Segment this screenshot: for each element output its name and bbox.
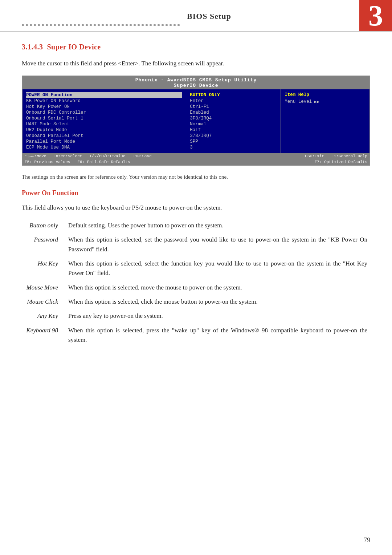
dot (50, 24, 52, 26)
bios-left-row-1: KB Power ON Password (26, 98, 182, 104)
def-row-any-key: Any Key Press any key to power-on the sy… (22, 309, 370, 324)
bios-left-row-5: UART Mode Select (26, 121, 182, 127)
dot (130, 24, 132, 26)
bios-left-row-3: Onboard FDC Controller (26, 110, 182, 116)
bios-title-bar: Phoenix - AwardBIOS CMOS Setup Utility S… (23, 76, 369, 89)
footer-move: ↑↓→←:Move Enter:Select +/-/PU/PD:Value F… (25, 154, 152, 158)
power-on-heading: Power On Function (22, 189, 370, 197)
bios-val-5: Normal (190, 121, 277, 127)
bios-body: POWER ON Function KB Power ON Password H… (23, 89, 369, 153)
def-desc-any-key: Press any key to power-on the system. (65, 309, 370, 324)
bios-center-panel: BUTTON ONLY Enter Ctrl-F1 Enabled 3F8/IR… (186, 89, 281, 153)
bios-footer-row-2: F5: Previous Values F6: Fail-Safe Defaul… (25, 160, 367, 164)
bios-left-row-6: UR2 Duplex Mode (26, 127, 182, 133)
bios-val-6: Half (190, 127, 277, 133)
dot (78, 24, 80, 26)
header-dots-area: BIOS Setup (0, 0, 359, 31)
dot (30, 24, 32, 26)
dot (46, 24, 48, 26)
dot (154, 24, 156, 26)
footer-esc: ESC:Exit F1:General Help (305, 154, 367, 158)
footer-prev: F5: Previous Values F6: Fail-Safe Defaul… (25, 160, 130, 164)
dot (146, 24, 148, 26)
bios-right-panel: Item Help Menu Level ▶▶ (281, 89, 369, 153)
def-term-password: Password (22, 233, 65, 257)
bios-val-0: BUTTON ONLY (190, 92, 277, 98)
def-row-hotkey: Hot Key When this option is selected, se… (22, 257, 370, 281)
power-on-intro: This field allows you to use the keyboar… (22, 203, 370, 212)
def-row-mouse-click: Mouse Click When this option is selected… (22, 295, 370, 309)
dot (82, 24, 84, 26)
dot (106, 24, 108, 26)
bios-val-3: Enabled (190, 110, 277, 116)
dot (42, 24, 44, 26)
dot (166, 24, 168, 26)
bios-val-7: 378/IRQ7 (190, 133, 277, 139)
dot (162, 24, 164, 26)
menu-level-label: Menu Level (285, 99, 312, 104)
def-desc-button-only: Default setting. Uses the power button t… (65, 219, 370, 233)
section-title: Super IO Device (47, 43, 101, 51)
menu-level-arrows: ▶▶ (314, 99, 319, 105)
bios-left-row-9: ECP Mode Use DMA (26, 145, 182, 150)
chapter-number: 3 (359, 0, 392, 31)
bios-val-8: SPP (190, 139, 277, 145)
dot (158, 24, 160, 26)
definitions-table: Button only Default setting. Uses the po… (22, 219, 370, 348)
bios-screen: Phoenix - AwardBIOS CMOS Setup Utility S… (22, 76, 370, 166)
def-term-button-only: Button only (22, 219, 65, 233)
bios-setup-title: BIOS Setup (180, 7, 242, 26)
def-desc-mouse-move: When this option is selected, move the m… (65, 281, 370, 295)
dot (54, 24, 56, 26)
def-row-mouse-move: Mouse Move When this option is selected,… (22, 281, 370, 295)
bios-footer: ↑↓→←:Move Enter:Select +/-/PU/PD:Value F… (23, 153, 369, 159)
bios-footer-row: ↑↓→←:Move Enter:Select +/-/PU/PD:Value F… (25, 154, 367, 158)
bios-val-1: Enter (190, 98, 277, 104)
section-number: 3.1.4.3 (22, 43, 43, 51)
dot (66, 24, 68, 26)
dot (38, 24, 40, 26)
dot (114, 24, 116, 26)
dot (102, 24, 104, 26)
menu-level: Menu Level ▶▶ (285, 99, 366, 105)
dot (170, 24, 172, 26)
def-row-password: Password When this option is selected, s… (22, 233, 370, 257)
dot (126, 24, 128, 26)
dot (98, 24, 100, 26)
bios-val-2: Ctrl-F1 (190, 104, 277, 110)
dot (138, 24, 140, 26)
dot (94, 24, 96, 26)
footer-optimized: F7: Optimized Defaults (315, 160, 367, 164)
bios-val-9: 3 (190, 145, 277, 150)
dot (150, 24, 152, 26)
def-desc-password: When this option is selected, set the pa… (65, 233, 370, 257)
def-desc-keyboard98: When this option is selected, press the … (65, 324, 370, 348)
def-row-button-only: Button only Default setting. Uses the po… (22, 219, 370, 233)
bios-subtitle: SuperIO Device (173, 83, 218, 88)
dot (118, 24, 120, 26)
bios-left-row-4: Onboard Serial Port 1 (26, 116, 182, 121)
dot (90, 24, 92, 26)
page-header: BIOS Setup 3 (0, 0, 392, 32)
dot (34, 24, 36, 26)
dot (62, 24, 64, 26)
intro-text: Move the cursor to this field and press … (22, 58, 370, 68)
def-term-mouse-move: Mouse Move (22, 281, 65, 295)
dot (74, 24, 76, 26)
item-help-title: Item Help (285, 92, 366, 97)
def-desc-hotkey: When this option is selected, select the… (65, 257, 370, 281)
dot (58, 24, 60, 26)
bios-left-row-0: POWER ON Function (26, 92, 182, 98)
dot (86, 24, 88, 26)
def-term-mouse-click: Mouse Click (22, 295, 65, 309)
def-term-hotkey: Hot Key (22, 257, 65, 281)
dot (26, 24, 28, 26)
main-content: 3.1.4.3 Super IO Device Move the cursor … (0, 32, 392, 366)
def-term-any-key: Any Key (22, 309, 65, 324)
dot (22, 24, 24, 26)
bios-left-panel: POWER ON Function KB Power ON Password H… (23, 89, 186, 153)
dots-pattern (22, 24, 180, 26)
bios-footer-2: F5: Previous Values F6: Fail-Safe Defaul… (23, 159, 369, 165)
bios-left-row-8: Parallel Port Mode (26, 139, 182, 145)
bios-left-row-2: Hot Key Power ON (26, 104, 182, 110)
